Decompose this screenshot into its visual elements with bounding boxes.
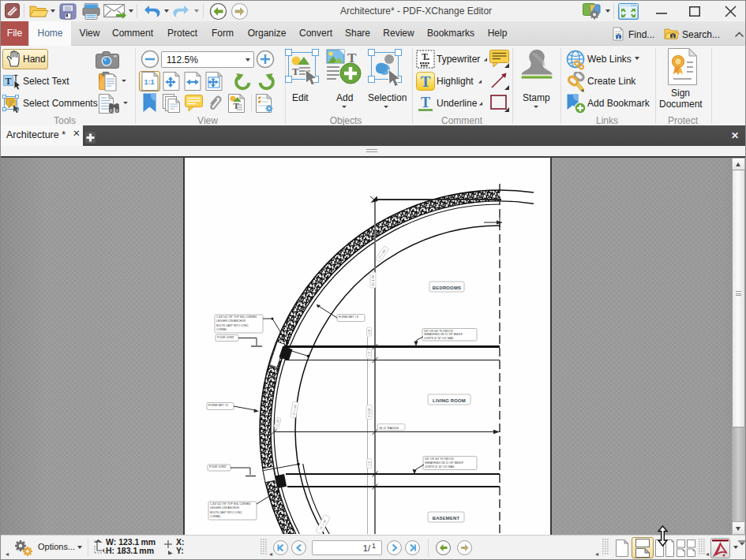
- svg-text:FORM SET #2: FORM SET #2: [208, 404, 228, 407]
- svg-text:1'-6": 1'-6": [368, 461, 371, 465]
- svg-text:T: T: [421, 73, 431, 90]
- svg-text:8'-1 3/4": 8'-1 3/4": [368, 407, 371, 417]
- svg-text:T: T: [234, 101, 240, 110]
- svg-text:LEDGER C/W ANCHOR: LEDGER C/W ANCHOR: [210, 506, 239, 510]
- svg-text:LIVING ROOM: LIVING ROOM: [433, 398, 466, 403]
- svg-text:LEDGER C/W ANCHOR: LEDGER C/W ANCHOR: [216, 319, 246, 323]
- svg-text:JOISTS @ 16" O/C MAX: JOISTS @ 16" O/C MAX: [424, 337, 454, 340]
- svg-text:2'-0": 2'-0": [368, 329, 371, 334]
- svg-text:T: T: [292, 65, 299, 77]
- svg-text:5/8" OR 3/4" PLYWOOD: 5/8" OR 3/4" PLYWOOD: [425, 457, 454, 461]
- svg-text:5/8" OR 3/4" PLYWOOD: 5/8" OR 3/4" PLYWOOD: [424, 330, 453, 333]
- svg-text:T: T: [422, 51, 428, 62]
- svg-text:POUR JOINT: POUR JOINT: [217, 336, 235, 339]
- svg-text:1:1: 1:1: [144, 78, 154, 86]
- svg-text:BOLTS CAST INTO CONC: BOLTS CAST INTO CONC: [216, 324, 249, 327]
- svg-text:16'-1 7/8": 16'-1 7/8": [372, 274, 375, 286]
- svg-text:POUR JOINT: POUR JOINT: [209, 465, 227, 469]
- svg-text:1-3/4"x11 7/8" TOP SGL CURVED: 1-3/4"x11 7/8" TOP SGL CURVED: [216, 315, 257, 319]
- svg-text:SHEATHING ON 11 7/8" BMXLF: SHEATHING ON 11 7/8" BMXLF: [424, 333, 463, 336]
- svg-text:CORBEL: CORBEL: [216, 328, 227, 331]
- svg-text:JOISTS @ 16" O/C MAX: JOISTS @ 16" O/C MAX: [425, 465, 455, 469]
- svg-text:T: T: [421, 95, 430, 110]
- svg-text:T: T: [5, 76, 11, 87]
- svg-text:1'-6": 1'-6": [368, 351, 371, 356]
- svg-text:CORBEL: CORBEL: [210, 515, 221, 518]
- svg-text:BASEMENT: BASEMENT: [433, 516, 460, 521]
- svg-text:1-3/4"x11 7/8" TOP SGL CURVED: 1-3/4"x11 7/8" TOP SGL CURVED: [210, 502, 251, 506]
- svg-text:SHEATHING ON 11 7/8" BMXLF: SHEATHING ON 11 7/8" BMXLF: [425, 461, 463, 465]
- svg-text:16'-0" RADIUS: 16'-0" RADIUS: [379, 427, 399, 430]
- svg-text:BOLTS CAST INTO CONC: BOLTS CAST INTO CONC: [210, 511, 242, 514]
- svg-text:FORM SET #3: FORM SET #3: [339, 315, 358, 319]
- svg-text:BEDROOMS: BEDROOMS: [433, 286, 461, 290]
